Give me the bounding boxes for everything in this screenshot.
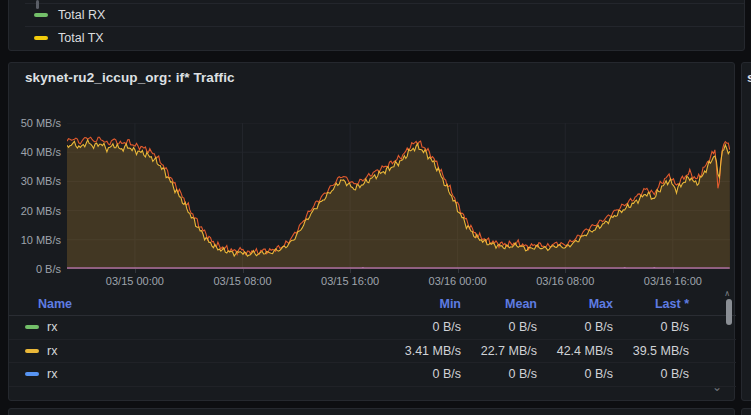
x-axis-labels: 03/15 00:0003/15 08:0003/15 16:0003/16 0… <box>67 273 730 289</box>
scroll-up-caret-icon: ∧ <box>724 290 730 298</box>
top-legend-panel: Total RXTotal TX <box>8 0 745 51</box>
series-name-cell: rx <box>25 344 385 358</box>
series-name: rx <box>47 320 57 334</box>
legend-table-header: NameMinMeanMaxLast * <box>9 293 736 316</box>
y-tick-label: 10 MB/s <box>21 234 61 246</box>
x-tick-label: 03/15 16:00 <box>321 275 379 287</box>
column-header-mean[interactable]: Mean <box>461 297 537 311</box>
bottom-panel-sliver-right <box>741 408 751 415</box>
legend-item-label: Total TX <box>58 31 104 45</box>
cell-mean: 22.7 MB/s <box>461 344 537 358</box>
scrollbar-thumb[interactable] <box>36 0 39 9</box>
y-tick-label: 0 B/s <box>36 263 61 275</box>
x-tick-mark <box>565 269 566 273</box>
x-tick-label: 03/15 08:00 <box>213 275 271 287</box>
x-tick-mark <box>673 269 674 273</box>
column-header-last[interactable]: Last * <box>613 297 689 311</box>
cell-last: 39.5 MB/s <box>613 344 689 358</box>
series-name-cell: rx <box>25 320 385 334</box>
legend-item-total-rx[interactable]: Total RX <box>25 3 744 26</box>
cell-min: 0 B/s <box>385 320 461 334</box>
x-tick-mark <box>243 269 244 273</box>
series-name: rx <box>47 367 57 381</box>
series-color-swatch <box>34 36 48 40</box>
table-scrollbar-thumb[interactable] <box>726 299 732 325</box>
column-header-max[interactable]: Max <box>537 297 613 311</box>
cell-last: 0 B/s <box>613 367 689 381</box>
traffic-panel: skynet-ru2_iccup_org: if* Traffic 50 MB/… <box>8 62 735 401</box>
y-tick-label: 40 MB/s <box>21 146 61 158</box>
legend-item-total-tx[interactable]: Total TX <box>25 26 744 49</box>
column-header-min[interactable]: Min <box>385 297 461 311</box>
y-tick-label: 20 MB/s <box>21 205 61 217</box>
cell-mean: 0 B/s <box>461 320 537 334</box>
right-panel-title-fragment[interactable]: s <box>747 70 751 85</box>
column-header-name[interactable]: Name <box>25 297 385 311</box>
series-color-swatch <box>25 325 39 329</box>
table-row[interactable]: rx0 B/s0 B/s0 B/s0 B/s <box>9 363 736 387</box>
series-name: rx <box>47 344 57 358</box>
cell-min: 0 B/s <box>385 367 461 381</box>
cell-mean: 0 B/s <box>461 367 537 381</box>
right-panel-sliver: s <box>741 62 751 401</box>
x-tick-label: 03/16 08:00 <box>536 275 594 287</box>
cell-min: 3.41 MB/s <box>385 344 461 358</box>
dashboard: Total RXTotal TX skynet-ru2_iccup_org: i… <box>0 0 751 415</box>
cell-max: 0 B/s <box>537 367 613 381</box>
cell-max: 0 B/s <box>537 320 613 334</box>
cell-last: 0 B/s <box>613 320 689 334</box>
table-row[interactable]: rx3.41 MB/s22.7 MB/s42.4 MB/s39.5 MB/s <box>9 340 736 364</box>
y-tick-label: 50 MB/s <box>21 117 61 129</box>
panel-title[interactable]: skynet-ru2_iccup_org: if* Traffic <box>25 70 235 85</box>
chart-canvas[interactable] <box>67 123 730 269</box>
y-tick-label: 30 MB/s <box>21 175 61 187</box>
bottom-panel-sliver-left <box>8 408 735 415</box>
series-color-swatch <box>25 349 39 353</box>
cell-max: 42.4 MB/s <box>537 344 613 358</box>
x-tick-label: 03/15 00:00 <box>106 275 164 287</box>
table-row[interactable]: rx0 B/s0 B/s0 B/s0 B/s <box>9 316 736 340</box>
legend-item-label: Total RX <box>58 8 105 22</box>
x-tick-mark <box>350 269 351 273</box>
x-tick-mark <box>135 269 136 273</box>
x-tick-label: 03/16 00:00 <box>429 275 487 287</box>
scroll-down-chevron-icon: ⌄ <box>712 381 722 393</box>
series-name-cell: rx <box>25 367 385 381</box>
series-color-swatch <box>25 372 39 376</box>
legend-table: NameMinMeanMaxLast * rx0 B/s0 B/s0 B/s0 … <box>9 293 736 387</box>
traffic-chart[interactable] <box>67 123 730 269</box>
series-color-swatch <box>34 13 48 17</box>
y-axis-labels: 50 MB/s40 MB/s30 MB/s20 MB/s10 MB/s0 B/s <box>9 123 61 269</box>
x-tick-mark <box>458 269 459 273</box>
x-tick-label: 03/16 16:00 <box>644 275 702 287</box>
